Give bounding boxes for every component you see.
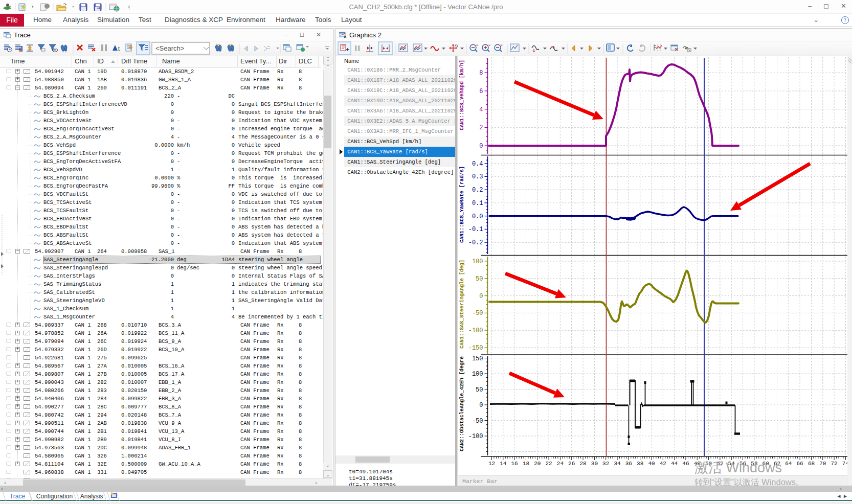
svg-text:-50: -50 [472,418,483,425]
svg-text:12: 12 [488,461,495,467]
svg-text:0.1: 0.1 [472,200,483,207]
svg-text:66: 66 [796,461,803,467]
svg-text:30: 30 [591,461,598,467]
svg-text:16: 16 [511,461,518,467]
svg-text:-0.2: -0.2 [468,239,483,246]
svg-text:70: 70 [819,461,826,467]
svg-text:-100: -100 [468,433,483,440]
svg-text:0.3: 0.3 [472,173,483,180]
svg-text:-150: -150 [468,345,483,352]
svg-text:34: 34 [614,461,621,467]
svg-text:26: 26 [568,461,575,467]
svg-text:50: 50 [476,276,483,283]
svg-text:38: 38 [637,461,643,467]
svg-text:×: × [476,43,478,47]
svg-text:64: 64 [785,461,792,467]
svg-text:40: 40 [648,461,655,467]
svg-text:-0.1: -0.1 [468,226,483,233]
svg-text:100: 100 [472,371,483,378]
svg-text:xy: xy [455,43,459,48]
svg-text:150: 150 [472,355,483,362]
svg-text:×: × [501,43,503,47]
svg-text:36: 36 [625,461,632,467]
svg-text:22: 22 [545,461,552,467]
svg-text:8: 8 [479,70,483,77]
svg-text:?: ? [844,17,846,23]
svg-text:14: 14 [500,461,507,467]
svg-text:18: 18 [523,461,529,467]
svg-text:0: 0 [479,143,483,150]
svg-text:4: 4 [479,106,483,113]
svg-text:CAN1::SAS_SteeringAngle [deg]: CAN1::SAS_SteeringAngle [deg] [459,260,465,349]
svg-text:0: 0 [479,402,483,409]
svg-text:24: 24 [557,461,564,467]
svg-text:CAN1::BCS_VehSpd [km/h]: CAN1::BCS_VehSpd [km/h] [459,60,465,130]
svg-text:46: 46 [682,461,689,467]
svg-text:0.0: 0.0 [472,213,483,220]
svg-text:2: 2 [479,124,483,131]
svg-text:68: 68 [808,461,815,467]
svg-text:CAN2::ObstacleAngle_42Eh [degr: CAN2::ObstacleAngle_42Eh [degre [459,356,465,451]
svg-text:100: 100 [472,258,483,265]
svg-text:28: 28 [579,461,586,467]
svg-text:42: 42 [660,461,666,467]
svg-text:-50: -50 [472,310,483,317]
svg-text:50: 50 [476,386,483,394]
svg-text:0: 0 [479,293,483,300]
svg-text:×: × [488,43,490,47]
svg-text:-100: -100 [468,327,483,334]
svg-text:32: 32 [602,461,609,467]
svg-text:0.4: 0.4 [472,161,483,168]
svg-text:0.2: 0.2 [472,187,483,194]
svg-text:72: 72 [831,461,837,467]
svg-text:6: 6 [479,88,483,95]
svg-text:CAN1::BCS_YawRate [rad/s]: CAN1::BCS_YawRate [rad/s] [459,166,465,243]
svg-text:20: 20 [534,461,541,467]
svg-text:44: 44 [671,461,678,467]
svg-text:Marker Bar: Marker Bar [462,478,498,485]
